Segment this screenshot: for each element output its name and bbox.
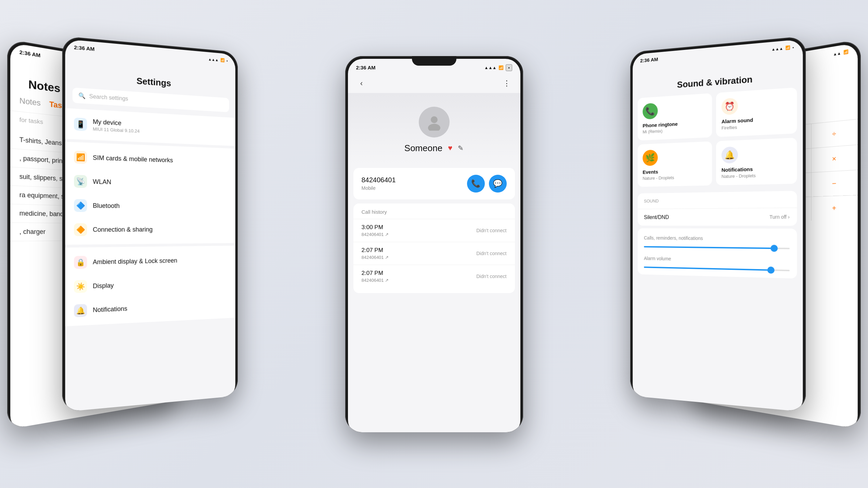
call-status-1: Didn't connect bbox=[476, 228, 506, 233]
wifi-icon-right: 📶 bbox=[785, 45, 790, 50]
events-card[interactable]: 🌿 Events Nature - Droplets bbox=[638, 141, 712, 187]
call-time-1: 3:00 PM bbox=[362, 224, 389, 231]
wifi-icon-far-right: 📶 bbox=[843, 49, 848, 55]
notifications-card[interactable]: 🔔 Notifications Nature - Droplets bbox=[716, 138, 797, 185]
battery-icon-center: ▪ bbox=[506, 64, 512, 71]
sound-screen: 2:36 AM ▲▲▲ 📶 ▪ Sound & vibration 📞 Phon… bbox=[633, 39, 803, 412]
phone-center: 2:36 AM ▲▲▲ 📶 ▪ ‹ ⋮ bbox=[345, 56, 523, 432]
signal-icon-mid: ▲▲▲ bbox=[208, 57, 218, 62]
alarm-volume-fill bbox=[644, 266, 771, 271]
my-device-icon: 📱 bbox=[74, 118, 87, 131]
status-icons-mid: ▲▲▲ 📶 ▪ bbox=[208, 57, 228, 63]
status-icons-right: ▲▲▲ 📶 ▪ bbox=[772, 45, 794, 51]
connection-label: Connection & sharing bbox=[93, 226, 153, 234]
calc-btn-minus[interactable]: − bbox=[812, 170, 858, 196]
wlan-icon: 📡 bbox=[74, 175, 87, 188]
sim-icon: 📶 bbox=[74, 151, 87, 164]
call-button[interactable]: 📞 bbox=[467, 175, 485, 193]
sound-section-label: SOUND bbox=[644, 198, 659, 203]
alarm-sound-icon: ⏰ bbox=[722, 98, 738, 115]
call-num-3: 842406401 ↗ bbox=[362, 278, 389, 283]
phone-ringtone-card[interactable]: 📞 Phone ringtone Mi (Remix) bbox=[638, 93, 712, 141]
alarm-volume-text: Alarm volume bbox=[644, 256, 671, 262]
settings-section-display: 🔒 Ambient display & Lock screen ☀️ Displ… bbox=[65, 246, 235, 326]
call-history-title: Call history bbox=[353, 209, 515, 219]
notifications-label: Notifications bbox=[93, 305, 127, 314]
events-title: Events bbox=[643, 168, 707, 175]
call-time-2: 2:07 PM bbox=[362, 247, 389, 254]
calc-btn-divide[interactable]: ÷ bbox=[812, 119, 858, 148]
display-label: Display bbox=[93, 282, 114, 290]
more-options-button[interactable]: ⋮ bbox=[500, 77, 514, 90]
notifications-sound-icon: 🔔 bbox=[722, 146, 738, 163]
alarm-sound-card[interactable]: ⏰ Alarm sound Fireflies bbox=[716, 88, 797, 137]
call-history-item-2[interactable]: 2:07 PM 842406401 ↗ Didn't connect bbox=[353, 242, 515, 265]
back-button[interactable]: ‹ bbox=[355, 77, 368, 90]
alarm-volume-thumb[interactable] bbox=[767, 266, 775, 274]
status-time-right: 2:36 AM bbox=[640, 56, 658, 64]
notifications-sound-sub: Nature - Droplets bbox=[722, 172, 791, 179]
call-status-3: Didn't connect bbox=[476, 274, 506, 279]
message-button[interactable]: 💬 bbox=[489, 175, 507, 193]
silent-dnd-label: Silent/DND bbox=[644, 214, 669, 221]
call-status-2: Didn't connect bbox=[476, 251, 506, 256]
calls-volume-fill bbox=[644, 246, 774, 249]
sound-section: SOUND Silent/DND Turn off › bbox=[638, 191, 797, 226]
call-history-item-3[interactable]: 2:07 PM 842406401 ↗ Didn't connect bbox=[353, 265, 515, 288]
tab-notes[interactable]: Notes bbox=[20, 96, 41, 108]
settings-item-bluetooth[interactable]: 🔷 Bluetooth bbox=[65, 193, 235, 218]
lockscreen-icon: 🔒 bbox=[74, 256, 87, 269]
phone-ringtone-icon: 📞 bbox=[643, 103, 658, 120]
bluetooth-label: Bluetooth bbox=[93, 202, 120, 210]
settings-item-lockscreen[interactable]: 🔒 Ambient display & Lock screen bbox=[65, 248, 235, 275]
phone-number: 842406401 bbox=[362, 176, 396, 184]
calls-volume-slider[interactable] bbox=[644, 246, 790, 249]
wifi-icon-mid: 📶 bbox=[220, 58, 225, 63]
call-num-2: 842406401 ↗ bbox=[362, 255, 389, 260]
call-number-section: 842406401 Mobile 📞 💬 bbox=[353, 168, 515, 199]
call-screen: 2:36 AM ▲▲▲ 📶 ▪ ‹ ⋮ bbox=[348, 59, 520, 432]
contact-name: Someone bbox=[404, 143, 442, 154]
call-action-buttons: 📞 💬 bbox=[467, 175, 507, 193]
sound-cards: 📞 Phone ringtone Mi (Remix) ⏰ Alarm soun… bbox=[633, 87, 803, 191]
settings-item-sim[interactable]: 📶 SIM cards & mobile networks bbox=[65, 145, 235, 174]
alarm-volume-slider[interactable] bbox=[644, 266, 790, 271]
phone-label: Mobile bbox=[362, 185, 396, 191]
events-icon: 🌿 bbox=[643, 149, 658, 166]
battery-icon-right: ▪ bbox=[793, 45, 794, 50]
signal-icon-right: ▲▲▲ bbox=[772, 46, 783, 51]
settings-item-wlan[interactable]: 📡 WLAN bbox=[65, 169, 235, 196]
calls-volume-label: Calls, reminders, notifications bbox=[638, 231, 797, 243]
settings-item-connection[interactable]: 🔶 Connection & sharing bbox=[65, 217, 235, 242]
calc-btn-plus[interactable]: + bbox=[812, 195, 858, 221]
notifications-icon: 🔔 bbox=[74, 304, 87, 317]
events-sub: Nature - Droplets bbox=[643, 174, 707, 181]
svg-point-0 bbox=[431, 116, 438, 123]
settings-item-my-device[interactable]: 📱 My device MIUI 11 Global 9.10.24 bbox=[65, 111, 235, 144]
sound-label-row: SOUND bbox=[638, 191, 797, 209]
call-history-section: Call history 3:00 PM 842406401 ↗ Didn't … bbox=[353, 203, 515, 293]
settings-screen: 2:36 AM ▲▲▲ 📶 ▪ Settings 🔍 Search settin… bbox=[65, 39, 235, 412]
connection-icon: 🔶 bbox=[74, 223, 87, 236]
call-time-3: 2:07 PM bbox=[362, 270, 389, 277]
edit-contact-icon[interactable]: ✎ bbox=[458, 144, 464, 152]
signal-icon-far-right: ▲▲ bbox=[833, 51, 841, 56]
battery-icon-mid: ▪ bbox=[226, 58, 228, 63]
svg-point-1 bbox=[428, 124, 440, 131]
status-icons-far-right: ▲▲ 📶 bbox=[833, 49, 848, 56]
alarm-volume-label: Alarm volume bbox=[638, 251, 797, 266]
calls-volume-thumb[interactable] bbox=[770, 245, 778, 252]
call-history-item-1[interactable]: 3:00 PM 842406401 ↗ Didn't connect bbox=[353, 219, 515, 242]
call-avatar-area: Someone ♥ ✎ bbox=[348, 93, 520, 164]
silent-dnd-row[interactable]: Silent/DND Turn off › bbox=[638, 208, 797, 226]
volume-sliders-section: Calls, reminders, notifications Alarm vo… bbox=[638, 228, 797, 278]
contact-avatar bbox=[419, 107, 450, 137]
lockscreen-label: Ambient display & Lock screen bbox=[93, 257, 177, 266]
sim-label: SIM cards & mobile networks bbox=[93, 154, 173, 164]
sound-title: Sound & vibration bbox=[677, 74, 753, 90]
favorite-icon[interactable]: ♥ bbox=[448, 144, 452, 153]
status-time-left: 2:36 AM bbox=[20, 49, 41, 58]
notifications-sound-title: Notifications bbox=[722, 165, 791, 173]
calc-btn-multiply[interactable]: × bbox=[812, 145, 858, 172]
notch bbox=[412, 56, 456, 66]
